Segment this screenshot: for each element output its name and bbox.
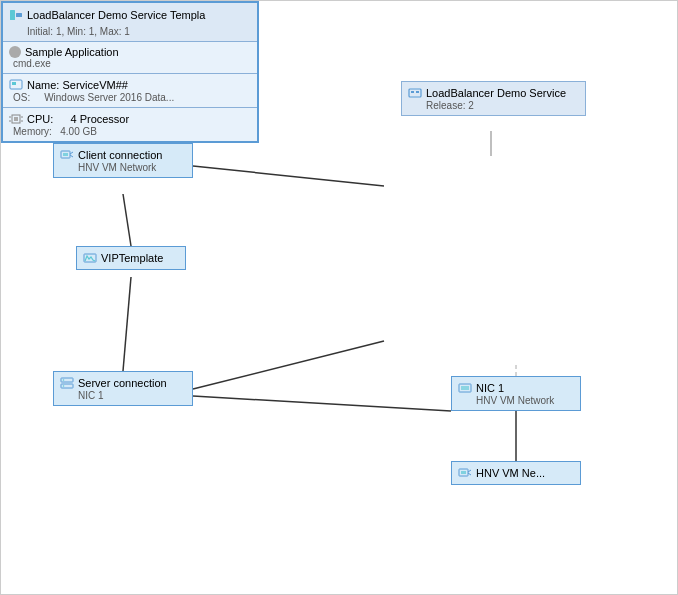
cpu-icon (9, 112, 23, 126)
svg-rect-8 (409, 89, 421, 97)
svg-rect-14 (12, 82, 16, 85)
node-lb-template[interactable]: LoadBalancer Demo Service Templa Initial… (1, 1, 259, 143)
svg-rect-31 (461, 386, 469, 390)
vip-title-row: VIPTemplate (83, 251, 179, 265)
mem-label: Memory: (13, 126, 52, 137)
svg-rect-11 (10, 10, 15, 20)
lb-template-subtitle: Initial: 1, Min: 1, Max: 1 (3, 26, 257, 41)
client-icon (60, 148, 74, 162)
nic-title: NIC 1 (476, 382, 504, 394)
cpu-section: CPU: 4 Processor Memory: 4.00 GB (3, 107, 257, 141)
server-title: Server connection (78, 377, 167, 389)
server-icon (60, 376, 74, 390)
node-client-connection[interactable]: Client connection HNV VM Network (53, 143, 193, 178)
vm-name-label: Name: ServiceVM## (27, 79, 128, 91)
node-hnv-network[interactable]: HNV VM Ne... (451, 461, 581, 485)
lb-service-title: LoadBalancer Demo Service (426, 87, 566, 99)
client-title: Client connection (78, 149, 162, 161)
hnv-title: HNV VM Ne... (476, 467, 545, 479)
cpu-row: CPU: 4 Processor (9, 112, 251, 126)
mem-value: 4.00 GB (60, 126, 97, 137)
vm-os-row: OS: Windows Server 2016 Data... (9, 92, 251, 103)
svg-rect-24 (63, 153, 68, 156)
client-subtitle: HNV VM Network (60, 162, 186, 173)
server-subtitle: NIC 1 (60, 390, 186, 401)
node-nic1[interactable]: NIC 1 HNV VM Network (451, 376, 581, 411)
nic-title-row: NIC 1 (458, 381, 574, 395)
vip-icon (83, 251, 97, 265)
svg-line-4 (193, 341, 384, 389)
svg-line-1 (123, 277, 131, 371)
sample-app-section: Sample Application cmd.exe (3, 41, 257, 73)
svg-rect-10 (416, 91, 419, 93)
vm-section: Name: ServiceVM## OS: Windows Server 201… (3, 73, 257, 107)
memory-row: Memory: 4.00 GB (9, 126, 251, 137)
sample-app-label: Sample Application (25, 46, 119, 58)
svg-line-3 (193, 396, 451, 411)
lb-template-title: LoadBalancer Demo Service Templa (27, 9, 205, 21)
node-lb-service[interactable]: LoadBalancer Demo Service Release: 2 (401, 81, 586, 116)
hnv-icon (458, 466, 472, 480)
svg-point-28 (63, 379, 65, 381)
node-vip-template[interactable]: VIPTemplate (76, 246, 186, 270)
hnv-title-row: HNV VM Ne... (458, 466, 574, 480)
svg-point-29 (63, 385, 65, 387)
sample-app-sub: cmd.exe (9, 58, 251, 69)
node-server-connection[interactable]: Server connection NIC 1 (53, 371, 193, 406)
svg-rect-16 (14, 117, 18, 121)
vm-name-row: Name: ServiceVM## (9, 78, 251, 92)
cpu-value: 4 Processor (70, 113, 129, 125)
svg-rect-12 (16, 13, 22, 17)
client-title-row: Client connection (60, 148, 186, 162)
server-title-row: Server connection (60, 376, 186, 390)
nic-subtitle: HNV VM Network (458, 395, 574, 406)
lb-service-title-row: LoadBalancer Demo Service (408, 86, 579, 100)
canvas: LoadBalancer Demo Service Release: 2 Loa… (0, 0, 678, 595)
lb-service-icon (408, 86, 422, 100)
sample-app-icon (9, 46, 21, 58)
svg-line-2 (193, 166, 384, 186)
lb-template-header: LoadBalancer Demo Service Templa (3, 3, 257, 26)
svg-line-0 (123, 194, 131, 246)
sample-app-title-row: Sample Application (9, 46, 251, 58)
svg-rect-9 (411, 91, 414, 93)
vip-title: VIPTemplate (101, 252, 163, 264)
svg-rect-35 (461, 471, 466, 474)
nic-icon (458, 381, 472, 395)
cpu-label: CPU: (27, 113, 53, 125)
vm-icon (9, 78, 23, 92)
vm-os-label: OS: (13, 92, 30, 103)
lb-template-icon (9, 8, 23, 22)
vm-os-value: Windows Server 2016 Data... (44, 92, 174, 103)
lb-service-subtitle: Release: 2 (408, 100, 579, 111)
